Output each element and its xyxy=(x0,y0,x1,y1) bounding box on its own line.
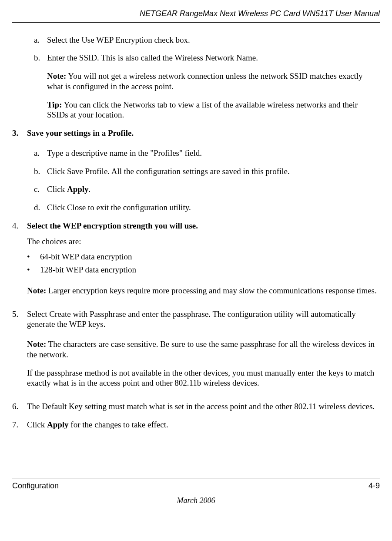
list-marker: b. xyxy=(34,166,47,177)
list-marker: 7. xyxy=(12,420,27,430)
footer-section: Configuration xyxy=(12,481,59,491)
body-text: Click Save Profile. All the configuratio… xyxy=(47,166,380,177)
body-text: Click Apply. xyxy=(47,184,380,195)
list-marker: a. xyxy=(34,148,47,158)
list-marker: a. xyxy=(34,35,47,45)
body-text: The characters are case sensitive. Be su… xyxy=(27,339,375,359)
step-title: Select the WEP encryption strength you w… xyxy=(27,221,380,231)
list-marker: 5. xyxy=(12,309,27,397)
body-text: You can click the Networks tab to view a… xyxy=(47,100,358,120)
body-text: Type a descriptive name in the "Profiles… xyxy=(47,148,380,158)
body-text: Select the Use WEP Encryption check box. xyxy=(47,35,380,45)
note-label: Note: xyxy=(27,339,46,349)
body-text: Click Apply for the changes to take effe… xyxy=(27,420,380,430)
body-text: Select Create with Passphrase and enter … xyxy=(27,309,380,330)
note-label: Note: xyxy=(27,286,46,295)
footer-page-number: 4-9 xyxy=(369,481,380,491)
body-text: 64-bit WEP data encryption xyxy=(40,252,380,262)
list-marker: d. xyxy=(34,202,47,213)
page-header-title: NETGEAR RangeMax Next Wireless PC Card W… xyxy=(12,9,380,19)
header-rule xyxy=(12,22,380,23)
list-marker: 4. xyxy=(12,221,27,304)
list-marker: b. xyxy=(34,53,47,63)
list-marker: c. xyxy=(34,184,47,195)
body-text: The choices are: xyxy=(27,236,380,247)
footer-rule xyxy=(12,478,380,478)
footer-date: March 2006 xyxy=(12,496,380,506)
list-marker: 6. xyxy=(12,401,27,412)
body-text: You will not get a wireless network conn… xyxy=(47,71,363,91)
body-text: 128-bit WEP data encryption xyxy=(40,265,380,275)
body-text: If the passphrase method is not availabl… xyxy=(27,368,380,389)
list-marker: 3. xyxy=(12,128,27,138)
body-text: Enter the SSID. This is also called the … xyxy=(47,53,380,63)
body-text: Larger encryption keys require more proc… xyxy=(46,286,376,295)
step-title: Save your settings in a Profile. xyxy=(27,128,380,138)
bullet-marker: • xyxy=(27,252,40,262)
body-text: Click Close to exit the configuration ut… xyxy=(47,202,380,213)
tip-label: Tip: xyxy=(47,100,62,109)
body-text: The Default Key setting must match what … xyxy=(27,401,380,412)
note-label: Note: xyxy=(47,71,66,81)
bullet-marker: • xyxy=(27,265,40,275)
